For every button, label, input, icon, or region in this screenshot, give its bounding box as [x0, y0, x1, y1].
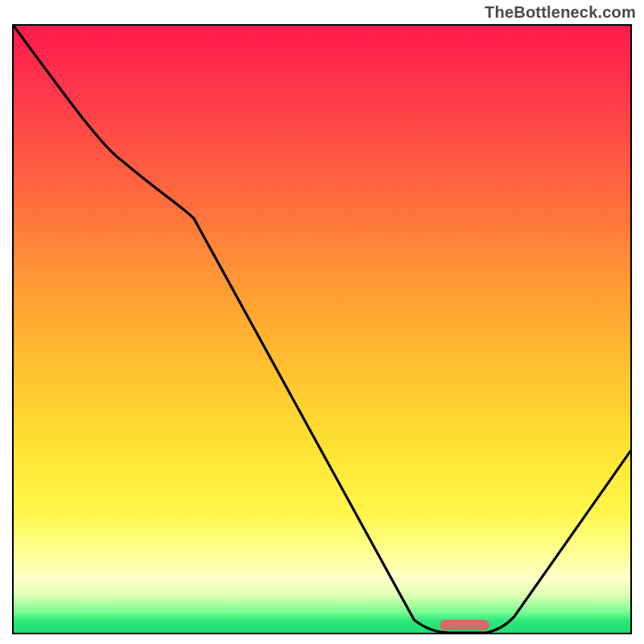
optimal-range-marker: [440, 620, 489, 630]
chart-container: TheBottleneck.com: [0, 0, 644, 644]
watermark-text: TheBottleneck.com: [485, 3, 636, 22]
plot-area: [12, 24, 632, 634]
bottleneck-curve: [14, 26, 630, 633]
